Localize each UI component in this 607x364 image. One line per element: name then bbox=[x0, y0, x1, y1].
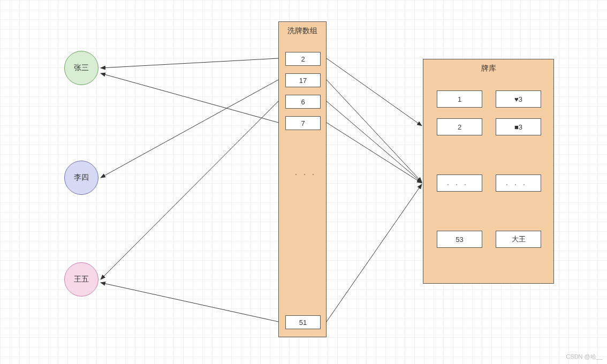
svg-line-6 bbox=[327, 80, 422, 182]
shuffle-last: 51 bbox=[285, 315, 321, 329]
deck-cell-id: 2 bbox=[437, 118, 482, 135]
player-label: 王五 bbox=[74, 275, 89, 284]
deck-ellipsis: 。。。 bbox=[496, 175, 541, 192]
player-li: 李四 bbox=[64, 161, 98, 195]
player-label: 李四 bbox=[74, 173, 89, 183]
deck-title: 牌库 bbox=[423, 59, 553, 77]
svg-line-2 bbox=[101, 101, 278, 279]
shuffle-title: 洗牌数组 bbox=[279, 22, 326, 39]
svg-line-5 bbox=[327, 58, 422, 126]
ellipsis: 。。。 bbox=[295, 169, 321, 177]
player-zhang: 张三 bbox=[64, 51, 98, 85]
svg-line-3 bbox=[101, 73, 278, 123]
svg-line-4 bbox=[101, 283, 278, 322]
player-label: 张三 bbox=[74, 63, 89, 73]
watermark: CSDN @哈__ bbox=[566, 353, 603, 361]
shuffle-item: 2 bbox=[285, 52, 321, 66]
svg-line-9 bbox=[327, 184, 422, 322]
deck-last-id: 53 bbox=[437, 231, 482, 248]
shuffle-item: 7 bbox=[285, 116, 321, 130]
deck-cell-card: ■3 bbox=[496, 118, 541, 135]
deck-cell-id: 1 bbox=[437, 90, 482, 108]
deck-box: 牌库 1 ♥3 2 ■3 。。。 。。。 53 大王 bbox=[423, 59, 554, 284]
deck-ellipsis: 。。。 bbox=[437, 175, 482, 192]
svg-line-0 bbox=[101, 58, 278, 68]
shuffle-column: 洗牌数组 2 17 6 7 。。。 51 bbox=[278, 21, 327, 337]
shuffle-item: 6 bbox=[285, 95, 321, 109]
svg-line-7 bbox=[327, 101, 422, 183]
svg-line-1 bbox=[101, 80, 278, 178]
deck-cell-card: ♥3 bbox=[496, 90, 541, 108]
shuffle-item: 17 bbox=[285, 73, 321, 87]
svg-line-8 bbox=[327, 123, 422, 183]
player-wang: 王五 bbox=[64, 262, 98, 297]
deck-last-card: 大王 bbox=[496, 231, 541, 248]
